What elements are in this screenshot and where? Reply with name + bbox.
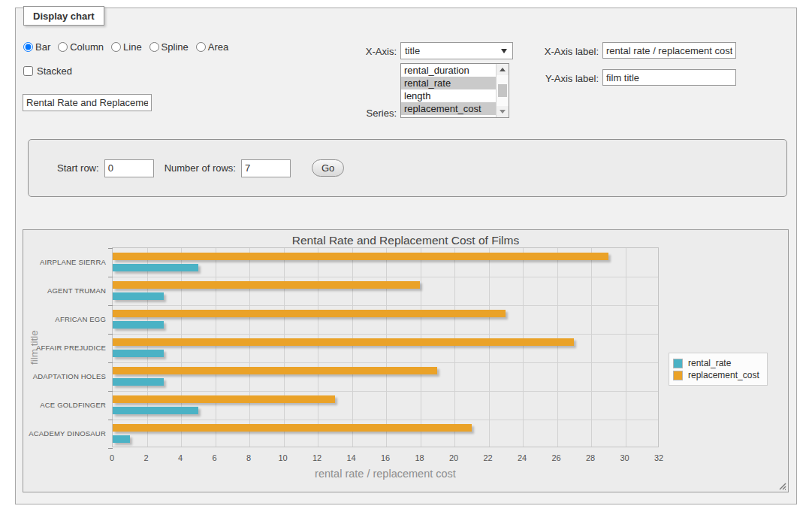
x-axis-label-field-label: X-Axis label: [533, 46, 599, 57]
start-row-input[interactable] [104, 159, 154, 177]
bar-rental_rate [113, 321, 164, 329]
series-option-length[interactable]: length [401, 89, 509, 102]
x-tick-label: 20 [441, 453, 466, 462]
chart-type-line[interactable]: Line [111, 41, 142, 53]
chart-type-radio-spline[interactable] [149, 42, 159, 52]
bar-rental_rate [113, 264, 198, 271]
bar-rental_rate [113, 378, 164, 386]
go-button[interactable]: Go [312, 159, 344, 177]
gridline-vertical [626, 248, 626, 447]
x-tick-label: 30 [612, 453, 638, 462]
chart-type-label: Spline [161, 41, 189, 53]
x-tick-label: 0 [99, 453, 125, 462]
chart-type-label: Column [70, 41, 104, 53]
category-label: ACADEMY DINOSAUR [23, 429, 106, 438]
x-axis-select[interactable]: title [400, 42, 513, 59]
y-axis-label-field-label: Y-Axis label: [533, 73, 599, 84]
chart-type-radio-column[interactable] [58, 42, 68, 52]
resize-handle-icon[interactable] [777, 481, 786, 490]
legend-swatch [673, 371, 683, 380]
chart-type-area[interactable]: Area [196, 41, 228, 53]
y-tick-mark [108, 362, 113, 363]
bar-replacement_cost [113, 253, 608, 260]
series-scrollbar[interactable] [496, 64, 509, 117]
x-axis-title: rental rate / replacement cost [112, 468, 659, 480]
x-axis-select-label: X-Axis: [329, 46, 397, 57]
chart-title-input[interactable] [23, 94, 152, 111]
chart-legend: rental_ratereplacement_cost [669, 353, 768, 386]
y-tick-mark [108, 334, 113, 335]
x-tick-label: 6 [202, 453, 228, 462]
x-tick-label: 32 [646, 453, 672, 462]
gridline-horizontal [113, 420, 658, 420]
chart-type-column[interactable]: Column [58, 41, 104, 53]
x-tick-label: 12 [304, 453, 330, 462]
start-row-label: Start row: [57, 162, 99, 174]
chart-type-label: Area [208, 41, 228, 53]
chart-type-radio-bar[interactable] [23, 42, 33, 52]
gridline-vertical [386, 248, 387, 447]
gridline-vertical [421, 248, 421, 447]
bar-rental_rate [113, 435, 130, 443]
bar-rental_rate [113, 407, 198, 414]
plot-area [112, 247, 659, 447]
category-label: AIRPLANE SIERRA [23, 258, 106, 266]
scroll-up-icon[interactable] [497, 64, 509, 75]
x-axis-select-value: title [405, 45, 420, 56]
y-axis-label-input[interactable] [602, 69, 736, 86]
bar-replacement_cost [113, 310, 506, 317]
x-tick-label: 8 [236, 453, 261, 462]
gridline-horizontal [113, 305, 658, 306]
bar-replacement_cost [113, 338, 574, 346]
num-rows-input[interactable] [241, 159, 291, 177]
chart-type-radio-line[interactable] [111, 42, 121, 52]
gridline-vertical [147, 248, 148, 447]
gridline-vertical [454, 248, 455, 447]
x-tick-label: 24 [509, 453, 535, 462]
legend-swatch [673, 359, 683, 368]
legend-entry-rental_rate: rental_rate [673, 358, 759, 368]
y-tick-mark [108, 448, 113, 449]
gridline-vertical [284, 248, 285, 447]
stacked-checkbox-row[interactable]: Stacked [23, 65, 72, 77]
bar-replacement_cost [113, 367, 437, 374]
gridline-horizontal [113, 277, 658, 277]
scroll-down-icon[interactable] [497, 106, 509, 117]
gridline-vertical [557, 248, 558, 447]
category-label: ACE GOLDFINGER [23, 401, 106, 409]
x-tick-label: 4 [168, 453, 193, 462]
chart-type-bar[interactable]: Bar [23, 41, 50, 53]
gridline-vertical [352, 248, 353, 447]
gridline-vertical [318, 248, 318, 447]
bar-rental_rate [113, 292, 164, 300]
y-tick-mark [108, 277, 113, 277]
category-label: AGENT TRUMAN [23, 286, 106, 295]
x-tick-label: 14 [339, 453, 364, 462]
gridline-horizontal [113, 334, 658, 335]
chart-type-spline[interactable]: Spline [149, 41, 189, 53]
category-label: AFRICAN EGG [23, 315, 106, 323]
x-tick-label: 26 [544, 453, 569, 462]
gridline-vertical [181, 248, 182, 447]
gridline-vertical [216, 248, 216, 447]
stacked-checkbox[interactable] [23, 66, 33, 76]
gridline-vertical [249, 248, 250, 447]
y-tick-mark [108, 248, 113, 249]
series-listbox[interactable]: rental_durationrental_ratelengthreplacem… [400, 63, 509, 118]
series-option-replacement_cost[interactable]: replacement_cost [401, 102, 509, 115]
series-option-rental_rate[interactable]: rental_rate [401, 77, 509, 89]
legend-label: replacement_cost [688, 370, 759, 380]
x-axis-label-input[interactable] [602, 42, 736, 59]
scrollbar-thumb[interactable] [498, 84, 507, 97]
gridline-horizontal [113, 362, 658, 363]
chart-title: Rental Rate and Replacement Cost of Film… [23, 234, 788, 247]
series-options: rental_durationrental_ratelengthreplacem… [401, 64, 509, 115]
x-tick-label: 10 [270, 453, 296, 462]
y-tick-mark [108, 420, 113, 420]
chart-type-radio-area[interactable] [196, 42, 206, 52]
gridline-horizontal [113, 391, 658, 392]
gridline-vertical [489, 248, 490, 447]
x-tick-label: 22 [475, 453, 501, 462]
series-option-rental_duration[interactable]: rental_duration [401, 64, 509, 77]
category-label: ADAPTATION HOLES [23, 372, 106, 380]
